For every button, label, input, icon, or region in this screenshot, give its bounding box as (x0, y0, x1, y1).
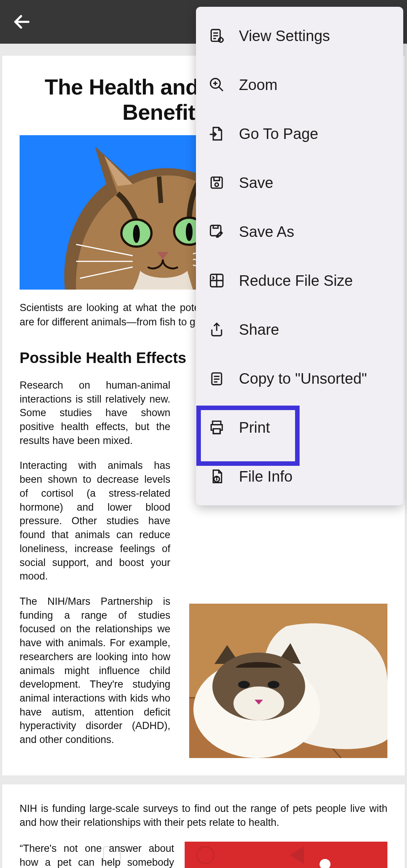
svg-rect-49 (211, 226, 221, 236)
view-settings-icon (208, 27, 225, 44)
svg-point-41 (219, 38, 223, 42)
share-icon (208, 321, 225, 338)
menu-go-to-page[interactable]: Go To Page (196, 109, 403, 158)
menu-label: Zoom (239, 76, 277, 93)
svg-point-21 (238, 681, 250, 688)
svg-point-61 (216, 477, 217, 477)
home-nav-icon[interactable] (196, 846, 214, 864)
menu-label: Save As (239, 223, 294, 240)
svg-point-4 (133, 225, 140, 243)
svg-point-5 (186, 223, 193, 241)
menu-zoom[interactable]: Zoom (196, 60, 403, 109)
arrow-left-icon (12, 12, 32, 32)
svg-point-48 (215, 183, 218, 186)
reduce-size-icon (208, 272, 225, 289)
cat-and-dog-image (189, 604, 387, 758)
menu-label: View Settings (239, 27, 330, 44)
overflow-menu: View Settings Zoom Go To Page Save Save … (196, 7, 403, 505)
menu-view-settings[interactable]: View Settings (196, 11, 403, 60)
back-nav-icon[interactable] (290, 846, 304, 864)
print-icon (208, 419, 225, 436)
menu-reduce-file-size[interactable]: Reduce File Size (196, 256, 403, 305)
overview-nav-icon[interactable] (103, 846, 121, 864)
back-button[interactable] (11, 11, 33, 33)
file-info-icon (208, 468, 225, 485)
menu-copy-to-unsorted[interactable]: Copy to "Unsorted" (196, 354, 403, 403)
menu-print[interactable]: Print (196, 403, 403, 452)
menu-label: Go To Page (239, 125, 318, 142)
menu-save[interactable]: Save (196, 158, 403, 207)
section-text: Research on human-animal interactions is… (20, 378, 170, 758)
menu-label: Print (239, 419, 270, 436)
menu-label: Save (239, 174, 273, 191)
svg-rect-58 (213, 429, 220, 434)
menu-share[interactable]: Share (196, 305, 403, 354)
svg-point-22 (268, 681, 279, 688)
menu-label: Copy to "Unsorted" (239, 370, 367, 387)
menu-save-as[interactable]: Save As (196, 207, 403, 256)
copy-icon (208, 370, 225, 387)
page2-paragraph-1: NIH is funding large-scale surveys to fi… (20, 802, 387, 830)
menu-file-info[interactable]: File Info (196, 452, 403, 501)
zoom-icon (208, 76, 225, 93)
save-icon (208, 174, 225, 191)
go-to-page-icon (208, 125, 225, 142)
menu-label: Reduce File Size (239, 272, 353, 289)
menu-label: File Info (239, 468, 292, 485)
svg-line-43 (219, 87, 223, 91)
save-as-icon (208, 223, 225, 240)
system-nav (0, 846, 407, 864)
menu-label: Share (239, 321, 279, 338)
